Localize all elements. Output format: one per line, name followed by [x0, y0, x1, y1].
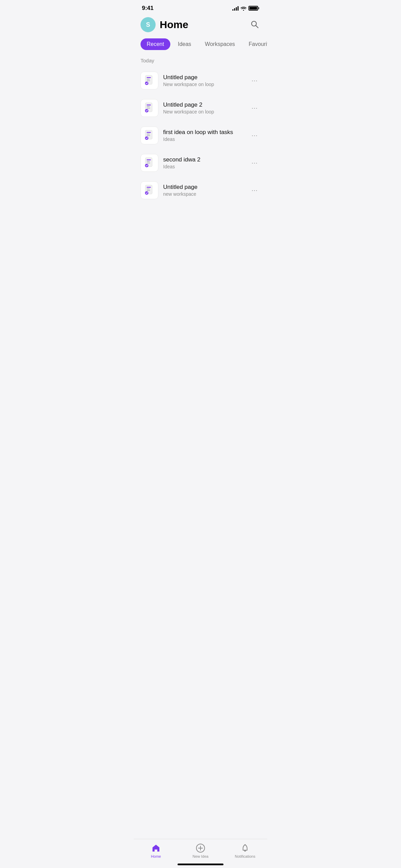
svg-rect-23 [147, 187, 151, 188]
page-document-icon [141, 182, 158, 199]
list-item[interactable]: Untitled page New workspace on loop ··· [134, 67, 267, 94]
page-document-icon [141, 154, 158, 171]
more-button[interactable]: ··· [249, 185, 260, 195]
status-bar: 9:41 [134, 0, 267, 14]
search-icon [250, 20, 259, 29]
svg-rect-9 [147, 106, 150, 107]
svg-rect-14 [147, 134, 150, 134]
item-title: Untitled page 2 [163, 101, 244, 108]
list-item[interactable]: second idwa 2 Ideas ··· [134, 149, 267, 177]
svg-rect-25 [147, 190, 150, 191]
item-icon [141, 181, 158, 199]
svg-rect-20 [147, 163, 150, 164]
more-button[interactable]: ··· [249, 103, 260, 113]
svg-rect-8 [147, 105, 151, 106]
page-title: Home [160, 19, 188, 31]
svg-rect-18 [147, 159, 151, 160]
item-subtitle: New workspace on loop [163, 109, 244, 114]
svg-rect-13 [147, 132, 151, 133]
item-content: Untitled page new workspace [163, 184, 244, 197]
header-left: S Home [141, 17, 188, 32]
list-container: Untitled page New workspace on loop ··· [134, 67, 267, 204]
page-document-icon [141, 72, 158, 89]
item-icon [141, 99, 158, 117]
wifi-icon [241, 6, 246, 11]
item-subtitle: new workspace [163, 191, 244, 197]
svg-rect-3 [147, 77, 151, 78]
item-subtitle: Ideas [163, 164, 244, 169]
tab-ideas[interactable]: Ideas [172, 38, 197, 50]
item-content: Untitled page New workspace on loop [163, 74, 244, 87]
svg-line-1 [256, 25, 258, 28]
svg-rect-15 [147, 135, 150, 136]
item-icon [141, 154, 158, 172]
item-title: first idea on loop with tasks [163, 129, 244, 136]
item-subtitle: New workspace on loop [163, 82, 244, 87]
more-button[interactable]: ··· [249, 76, 260, 86]
tab-favourites[interactable]: Favourites [243, 38, 267, 50]
page-document-icon [141, 99, 158, 117]
search-button[interactable] [249, 19, 260, 31]
svg-rect-10 [147, 108, 150, 109]
svg-rect-19 [147, 161, 150, 162]
tab-workspaces[interactable]: Workspaces [199, 38, 241, 50]
item-title: Untitled page [163, 74, 244, 81]
item-content: second idwa 2 Ideas [163, 156, 244, 169]
signal-icon [232, 6, 239, 11]
item-title: second idwa 2 [163, 156, 244, 163]
list-item[interactable]: Untitled page new workspace ··· [134, 177, 267, 204]
list-item[interactable]: first idea on loop with tasks Ideas ··· [134, 122, 267, 149]
battery-icon [248, 6, 259, 11]
header: S Home [134, 14, 267, 36]
item-content: Untitled page 2 New workspace on loop [163, 101, 244, 114]
tab-recent[interactable]: Recent [141, 38, 170, 50]
page-document-icon [141, 127, 158, 144]
item-title: Untitled page [163, 184, 244, 191]
main-content: Today Untitled page New worksp [134, 55, 267, 238]
status-time: 9:41 [142, 5, 154, 12]
avatar[interactable]: S [141, 17, 156, 32]
item-icon [141, 126, 158, 144]
tabs-container: Recent Ideas Workspaces Favourites [134, 36, 267, 55]
status-icons [232, 6, 259, 11]
section-label: Today [134, 55, 267, 67]
more-button[interactable]: ··· [249, 158, 260, 168]
list-item[interactable]: Untitled page 2 New workspace on loop ··… [134, 94, 267, 122]
item-icon [141, 72, 158, 89]
svg-rect-24 [147, 189, 150, 189]
svg-rect-4 [147, 79, 150, 80]
item-content: first idea on loop with tasks Ideas [163, 129, 244, 142]
svg-rect-5 [147, 81, 150, 81]
item-subtitle: Ideas [163, 136, 244, 142]
more-button[interactable]: ··· [249, 131, 260, 141]
